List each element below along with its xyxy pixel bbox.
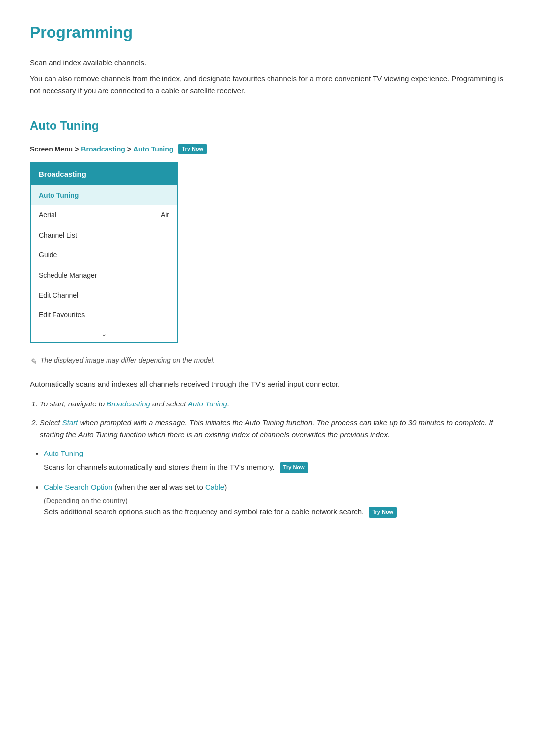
menu-item-editfavourites[interactable]: Edit Favourites bbox=[31, 305, 177, 325]
breadcrumb: Screen Menu > Broadcasting > Auto Tuning… bbox=[30, 144, 505, 154]
menu-item-aerial-label: Aerial bbox=[39, 209, 56, 220]
menu-item-editfavourites-label: Edit Favourites bbox=[39, 309, 85, 320]
step2-start-link[interactable]: Start bbox=[62, 418, 78, 427]
step1-autotuning-link[interactable]: Auto Tuning bbox=[188, 400, 227, 408]
menu-item-editchannel[interactable]: Edit Channel bbox=[31, 285, 177, 305]
breadcrumb-part1: Screen Menu bbox=[30, 144, 73, 154]
intro-text-2: You can also remove channels from the in… bbox=[30, 73, 505, 97]
auto-tuning-section-title: Auto Tuning bbox=[30, 116, 505, 135]
menu-item-channellist-label: Channel List bbox=[39, 230, 77, 241]
bullets-list: Auto Tuning Scans for channels automatic… bbox=[44, 448, 505, 518]
pencil-icon: ✎ bbox=[30, 355, 36, 368]
bullet-autotuning-desc: Scans for channels automatically and sto… bbox=[44, 461, 505, 473]
steps-list: To start, navigate to Broadcasting and s… bbox=[40, 398, 505, 441]
bullet-autotuning-title[interactable]: Auto Tuning bbox=[44, 449, 83, 457]
bullet-autotuning: Auto Tuning Scans for channels automatic… bbox=[44, 448, 505, 473]
try-now-badge-cablesearch[interactable]: Try Now bbox=[369, 507, 397, 518]
menu-chevron[interactable]: ⌄ bbox=[31, 325, 177, 342]
page-title: Programming bbox=[30, 20, 505, 45]
menu-item-autotuning[interactable]: Auto Tuning bbox=[31, 185, 177, 205]
note-text: The displayed image may differ depending… bbox=[40, 355, 215, 366]
breadcrumb-broadcasting[interactable]: Broadcasting bbox=[81, 144, 125, 154]
bullet-cablesearch-title[interactable]: Cable Search Option bbox=[44, 483, 112, 491]
main-description: Automatically scans and indexes all chan… bbox=[30, 378, 505, 390]
bullet-cablesearch-cable-link[interactable]: Cable bbox=[205, 483, 224, 491]
breadcrumb-sep2: > bbox=[127, 144, 131, 154]
menu-item-guide-label: Guide bbox=[39, 250, 57, 260]
bullet-cablesearch-desc: (Depending on the country) Sets addition… bbox=[44, 495, 505, 518]
menu-item-guide[interactable]: Guide bbox=[31, 245, 177, 265]
menu-item-channellist[interactable]: Channel List bbox=[31, 225, 177, 245]
menu-header: Broadcasting bbox=[31, 163, 177, 185]
bullet-cablesearch-subnote: (Depending on the country) bbox=[44, 495, 505, 506]
menu-item-editchannel-label: Edit Channel bbox=[39, 290, 78, 301]
try-now-badge-autotuning[interactable]: Try Now bbox=[280, 462, 308, 473]
step-1: To start, navigate to Broadcasting and s… bbox=[40, 398, 505, 410]
bullet-cablesearch-title-suffix2: ) bbox=[224, 483, 227, 491]
step1-broadcasting-link[interactable]: Broadcasting bbox=[107, 400, 150, 408]
menu-item-aerial-value: Air bbox=[161, 209, 169, 220]
note-block: ✎ The displayed image may differ dependi… bbox=[30, 355, 505, 368]
menu-item-schedulemanager[interactable]: Schedule Manager bbox=[31, 265, 177, 285]
intro-text-1: Scan and index available channels. bbox=[30, 57, 505, 69]
bullet-cablesearch: Cable Search Option (when the aerial was… bbox=[44, 481, 505, 518]
bullet-cablesearch-title-suffix: (when the aerial was set to bbox=[114, 483, 205, 491]
menu-item-schedulemanager-label: Schedule Manager bbox=[39, 270, 97, 281]
breadcrumb-autotuning[interactable]: Auto Tuning bbox=[133, 144, 173, 154]
menu-item-aerial[interactable]: Aerial Air bbox=[31, 205, 177, 225]
step-2: Select Start when prompted with a messag… bbox=[40, 417, 505, 441]
breadcrumb-sep1: > bbox=[75, 144, 79, 154]
try-now-badge-breadcrumb[interactable]: Try Now bbox=[178, 144, 207, 154]
broadcasting-menu: Broadcasting Auto Tuning Aerial Air Chan… bbox=[30, 162, 178, 343]
menu-item-autotuning-label: Auto Tuning bbox=[39, 190, 79, 201]
